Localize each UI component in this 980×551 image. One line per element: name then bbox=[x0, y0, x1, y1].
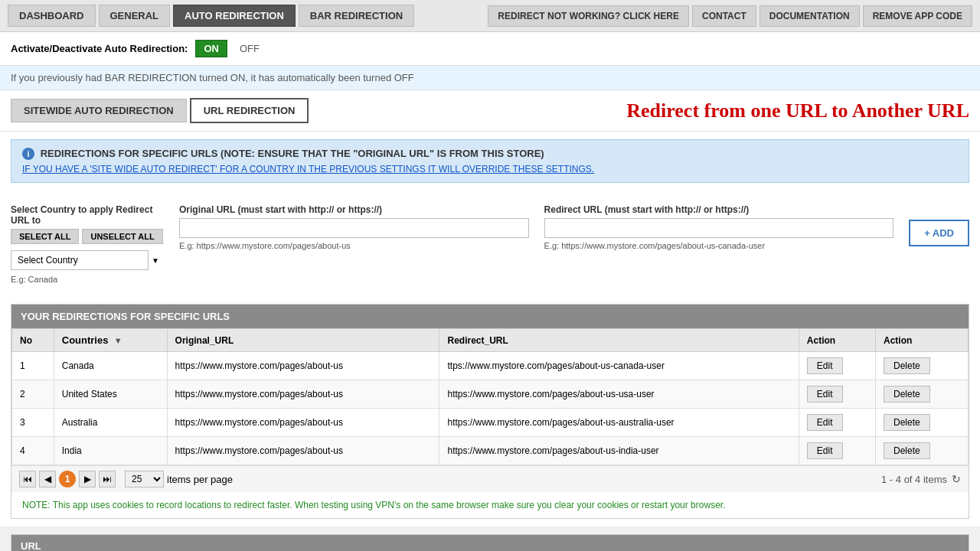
cell-no: 4 bbox=[12, 437, 54, 465]
items-per-page-select[interactable]: 25 50 100 bbox=[125, 471, 164, 487]
items-per-page-label: items per page bbox=[167, 474, 233, 485]
cell-countries: India bbox=[54, 437, 167, 465]
sub-tabs: SITEWIDE AUTO REDIRECTION URL REDIRECTIO… bbox=[0, 90, 980, 132]
toggle-off-button[interactable]: OFF bbox=[235, 41, 264, 57]
table-section-title: YOUR REDIRECTIONS FOR SPECIFIC URLS bbox=[11, 305, 969, 328]
delete-button-1[interactable]: Delete bbox=[884, 386, 930, 403]
page-title: Redirect from one URL to Another URL bbox=[626, 99, 969, 122]
cell-no: 2 bbox=[12, 380, 54, 409]
cell-original-url: https://www.mystore.com/pages/about-us bbox=[167, 352, 439, 380]
select-all-button[interactable]: SELECT ALL bbox=[11, 229, 79, 244]
redirect-url-label: Redirect URL (must start with http:// or… bbox=[544, 204, 894, 215]
remove-app-code-button[interactable]: REMOVE APP CODE bbox=[863, 5, 972, 27]
cell-no: 1 bbox=[12, 352, 54, 380]
col-original-url: Original_URL bbox=[167, 329, 439, 352]
cell-delete: Delete bbox=[876, 380, 969, 409]
contact-button[interactable]: CONTACT bbox=[692, 5, 756, 27]
add-btn-wrap: + ADD bbox=[909, 204, 969, 246]
blue-section-title: i REDIRECTIONS FOR SPECIFIC URLS (NOTE: … bbox=[22, 148, 958, 160]
toggle-on-button[interactable]: ON bbox=[195, 40, 227, 57]
original-url-eg: E.g: https://www.mystore.com/pages/about… bbox=[179, 241, 529, 250]
tab-general[interactable]: GENERAL bbox=[99, 5, 171, 27]
override-note-link[interactable]: IF YOU HAVE A 'SITE WIDE AUTO REDIRECT' … bbox=[22, 164, 594, 174]
delete-button-2[interactable]: Delete bbox=[884, 414, 930, 431]
original-url-label: Original URL (must start with http:// or… bbox=[179, 204, 529, 215]
tab-bar-redirection[interactable]: BAR REDIRECTION bbox=[299, 5, 414, 27]
table-row: 3 Australia https://www.mystore.com/page… bbox=[12, 409, 969, 437]
first-page-button[interactable]: ⏮ bbox=[19, 471, 36, 487]
cell-original-url: https://www.mystore.com/pages/about-us bbox=[167, 437, 439, 465]
blue-section: i REDIRECTIONS FOR SPECIFIC URLS (NOTE: … bbox=[11, 139, 969, 183]
redirect-url-eg: E.g: https://www.mystore.com/pages/about… bbox=[544, 241, 894, 250]
last-page-button[interactable]: ⏭ bbox=[99, 471, 116, 487]
cookie-note: NOTE: This app uses cookies to record lo… bbox=[11, 492, 969, 518]
add-button[interactable]: + ADD bbox=[909, 220, 969, 246]
country-select-wrap: Select Country ▼ bbox=[11, 250, 164, 270]
col-action-1: Action bbox=[799, 329, 875, 352]
url-section-header: URL bbox=[11, 535, 969, 551]
select-btns: SELECT ALL UNSELECT ALL bbox=[11, 229, 164, 244]
redirect-url-input[interactable] bbox=[544, 218, 894, 238]
original-url-col: Original URL (must start with http:// or… bbox=[179, 204, 529, 250]
cell-redirect-url: https://www.mystore.com/pages/about-us-u… bbox=[439, 380, 799, 409]
col-countries: Countries ▼ bbox=[54, 329, 167, 352]
delete-button-0[interactable]: Delete bbox=[884, 357, 930, 374]
tab-dashboard[interactable]: DASHBOARD bbox=[8, 5, 96, 27]
info-icon: i bbox=[22, 148, 34, 160]
left-tabs: DASHBOARD GENERAL AUTO REDIRECTION BAR R… bbox=[8, 5, 485, 27]
cell-edit: Edit bbox=[799, 380, 875, 409]
col-no: No bbox=[12, 329, 54, 352]
blue-section-note: (NOTE: ENSURE THAT THE "ORIGINAL URL" IS… bbox=[220, 148, 544, 159]
items-per-page-wrap: 25 50 100 items per page bbox=[125, 471, 233, 487]
cell-original-url: https://www.mystore.com/pages/about-us bbox=[167, 409, 439, 437]
edit-button-3[interactable]: Edit bbox=[807, 442, 843, 459]
edit-button-0[interactable]: Edit bbox=[807, 357, 843, 374]
eg-country: E.g: Canada bbox=[11, 275, 164, 284]
documentation-button[interactable]: DOCUMENTATION bbox=[760, 5, 860, 27]
cell-original-url: https://www.mystore.com/pages/about-us bbox=[167, 380, 439, 409]
cell-edit: Edit bbox=[799, 352, 875, 380]
info-bar: If you previously had BAR REDIRECTION tu… bbox=[0, 66, 980, 90]
chevron-down-icon: ▼ bbox=[152, 256, 159, 265]
tab-sitewide-auto-redirection[interactable]: SITEWIDE AUTO REDIRECTION bbox=[11, 99, 187, 122]
filter-icon[interactable]: ▼ bbox=[114, 336, 122, 345]
tab-auto-redirection[interactable]: AUTO REDIRECTION bbox=[173, 5, 296, 27]
main-content: i REDIRECTIONS FOR SPECIFIC URLS (NOTE: … bbox=[0, 132, 980, 527]
redirect-url-col: Redirect URL (must start with http:// or… bbox=[544, 204, 894, 250]
country-select[interactable]: Select Country bbox=[11, 250, 149, 270]
current-page: 1 bbox=[59, 471, 76, 487]
edit-button-1[interactable]: Edit bbox=[807, 386, 843, 403]
original-url-input[interactable] bbox=[179, 218, 529, 238]
redirect-not-working-button[interactable]: REDIRECT NOT WORKING? CLICK HERE bbox=[488, 5, 689, 27]
cell-no: 3 bbox=[12, 409, 54, 437]
cell-delete: Delete bbox=[876, 409, 969, 437]
col-redirect-url: Redirect_URL bbox=[439, 329, 799, 352]
cell-delete: Delete bbox=[876, 437, 969, 465]
redirections-table: No Countries ▼ Original_URL Redirect_URL… bbox=[11, 328, 969, 465]
edit-button-2[interactable]: Edit bbox=[807, 414, 843, 431]
cell-countries: Australia bbox=[54, 409, 167, 437]
info-bar-text: If you previously had BAR REDIRECTION tu… bbox=[11, 72, 414, 83]
country-col: Select Country to apply Redirect URL to … bbox=[11, 204, 164, 284]
table-section: YOUR REDIRECTIONS FOR SPECIFIC URLS No C… bbox=[11, 304, 969, 519]
table-row: 2 United States https://www.mystore.com/… bbox=[12, 380, 969, 409]
tab-url-redirection[interactable]: URL REDIRECTION bbox=[190, 98, 309, 123]
next-page-button[interactable]: ▶ bbox=[79, 471, 96, 487]
right-btns: REDIRECT NOT WORKING? CLICK HERE CONTACT… bbox=[488, 5, 972, 27]
top-nav: DASHBOARD GENERAL AUTO REDIRECTION BAR R… bbox=[0, 0, 980, 32]
cell-edit: Edit bbox=[799, 437, 875, 465]
form-row: Select Country to apply Redirect URL to … bbox=[11, 195, 969, 293]
delete-button-3[interactable]: Delete bbox=[884, 442, 930, 459]
cell-edit: Edit bbox=[799, 409, 875, 437]
cell-delete: Delete bbox=[876, 352, 969, 380]
cell-redirect-url: https://www.mystore.com/pages/about-us-a… bbox=[439, 409, 799, 437]
prev-page-button[interactable]: ◀ bbox=[39, 471, 56, 487]
cell-redirect-url: https://www.mystore.com/pages/about-us-i… bbox=[439, 437, 799, 465]
cell-redirect-url: ttps://www.mystore.com/pages/about-us-ca… bbox=[439, 352, 799, 380]
refresh-icon[interactable]: ↻ bbox=[952, 473, 961, 485]
unselect-all-button[interactable]: UNSELECT ALL bbox=[82, 229, 162, 244]
cell-countries: United States bbox=[54, 380, 167, 409]
col-action-2: Action bbox=[876, 329, 969, 352]
table-row: 4 India https://www.mystore.com/pages/ab… bbox=[12, 437, 969, 465]
pagination: ⏮ ◀ 1 ▶ ⏭ 25 50 100 items per page 1 - 4… bbox=[11, 465, 969, 492]
